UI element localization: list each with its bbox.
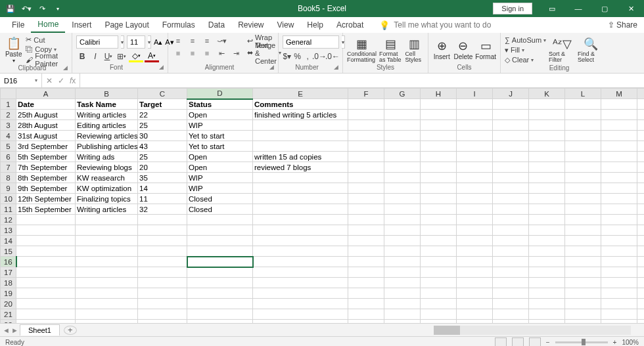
cell-C11[interactable]: 32 (138, 204, 187, 215)
sheet-nav-prev-icon[interactable]: ◄ (3, 326, 10, 334)
cell-C6[interactable]: 25 (138, 152, 187, 162)
cell-D3[interactable]: WIP (187, 120, 253, 131)
cell-J4[interactable] (493, 131, 529, 141)
name-box[interactable]: D16▾ (0, 74, 42, 87)
cell-E15[interactable] (253, 246, 348, 257)
col-header-H[interactable]: H (421, 89, 457, 99)
sort-filter-button[interactable]: ᴬᶻ▽Sort & Filter (549, 35, 575, 64)
cell-C8[interactable]: 35 (138, 173, 187, 183)
cell-F14[interactable] (348, 236, 384, 246)
cell-E19[interactable] (253, 288, 348, 299)
col-header-L[interactable]: L (565, 89, 601, 99)
row-header-6[interactable]: 6 (1, 152, 16, 162)
cell-A1[interactable]: Date (16, 99, 76, 110)
cell-F15[interactable] (348, 246, 384, 257)
cell-L5[interactable] (565, 141, 601, 152)
cell-I4[interactable] (457, 131, 493, 141)
cell-N18[interactable] (637, 278, 645, 288)
save-icon[interactable]: 💾 (5, 3, 16, 14)
cell-E5[interactable] (253, 141, 348, 152)
cell-H6[interactable] (421, 152, 457, 162)
cell-L2[interactable] (565, 110, 601, 120)
row-header-16[interactable]: 16 (1, 257, 16, 267)
cell-D20[interactable] (187, 299, 253, 309)
cell-A13[interactable] (16, 225, 76, 236)
cell-E17[interactable] (253, 267, 348, 278)
cell-K14[interactable] (529, 236, 565, 246)
fill-color-button[interactable]: ◇▾ (129, 51, 143, 62)
cell-M16[interactable] (601, 257, 637, 267)
cell-I10[interactable] (457, 194, 493, 204)
cell-L7[interactable] (565, 162, 601, 173)
cell-F13[interactable] (348, 225, 384, 236)
cell-J20[interactable] (493, 299, 529, 309)
cell-H17[interactable] (421, 267, 457, 278)
cell-K21[interactable] (529, 309, 565, 320)
cell-N21[interactable] (637, 309, 645, 320)
cell-I21[interactable] (457, 309, 493, 320)
cell-L21[interactable] (565, 309, 601, 320)
cell-C21[interactable] (138, 309, 187, 320)
number-format-select[interactable] (283, 35, 339, 49)
font-size-dropdown-icon[interactable]: ▾ (148, 35, 151, 49)
row-header-10[interactable]: 10 (1, 194, 16, 204)
cell-K1[interactable] (529, 99, 565, 110)
accounting-format-icon[interactable]: $▾ (283, 51, 292, 62)
cell-I7[interactable] (457, 162, 493, 173)
cell-B8[interactable]: KW reasearch (76, 173, 138, 183)
cell-N12[interactable] (637, 215, 645, 225)
cell-K8[interactable] (529, 173, 565, 183)
cell-K3[interactable] (529, 120, 565, 131)
decrease-indent-icon[interactable]: ⇤ (216, 48, 227, 58)
cell-K11[interactable] (529, 204, 565, 215)
cell-D4[interactable]: Yet to start (187, 131, 253, 141)
cell-J10[interactable] (493, 194, 529, 204)
cell-C1[interactable]: Target (138, 99, 187, 110)
cell-J1[interactable] (493, 99, 529, 110)
cell-N16[interactable] (637, 257, 645, 267)
cell-J5[interactable] (493, 141, 529, 152)
cell-F4[interactable] (348, 131, 384, 141)
row-header-9[interactable]: 9 (1, 183, 16, 194)
cell-M14[interactable] (601, 236, 637, 246)
paste-button[interactable]: 📋 Paste ▾ (4, 35, 23, 64)
tab-review[interactable]: Review (231, 18, 270, 32)
tab-data[interactable]: Data (202, 18, 231, 32)
cell-L8[interactable] (565, 173, 601, 183)
col-header-K[interactable]: K (529, 89, 565, 99)
spreadsheet-grid[interactable]: ABCDEFGHIJKLMN1DateTask NameTargetStatus… (0, 88, 644, 323)
cell-C4[interactable]: 30 (138, 131, 187, 141)
cell-I11[interactable] (457, 204, 493, 215)
autosum-button[interactable]: ∑AutoSum▾ (505, 35, 546, 45)
cell-A15[interactable] (16, 246, 76, 257)
cell-B12[interactable] (76, 215, 138, 225)
cell-A14[interactable] (16, 236, 76, 246)
cell-I18[interactable] (457, 278, 493, 288)
cell-A12[interactable] (16, 215, 76, 225)
cell-L12[interactable] (565, 215, 601, 225)
cell-D12[interactable] (187, 215, 253, 225)
cell-J15[interactable] (493, 246, 529, 257)
cell-C9[interactable]: 14 (138, 183, 187, 194)
cell-J18[interactable] (493, 278, 529, 288)
align-center-icon[interactable]: ≡ (187, 48, 198, 58)
cell-M11[interactable] (601, 204, 637, 215)
cell-K4[interactable] (529, 131, 565, 141)
cell-I13[interactable] (457, 225, 493, 236)
cell-D2[interactable]: Open (187, 110, 253, 120)
cell-E21[interactable] (253, 309, 348, 320)
cell-N6[interactable] (637, 152, 645, 162)
cell-G15[interactable] (384, 246, 421, 257)
cell-N7[interactable] (637, 162, 645, 173)
cell-H8[interactable] (421, 173, 457, 183)
cell-H4[interactable] (421, 131, 457, 141)
cell-F17[interactable] (348, 267, 384, 278)
cell-N8[interactable] (637, 173, 645, 183)
cell-F5[interactable] (348, 141, 384, 152)
cell-K12[interactable] (529, 215, 565, 225)
normal-view-icon[interactable] (495, 337, 507, 346)
cell-I3[interactable] (457, 120, 493, 131)
tab-insert[interactable]: Insert (65, 18, 98, 32)
font-name-input[interactable] (76, 35, 118, 49)
cell-F21[interactable] (348, 309, 384, 320)
